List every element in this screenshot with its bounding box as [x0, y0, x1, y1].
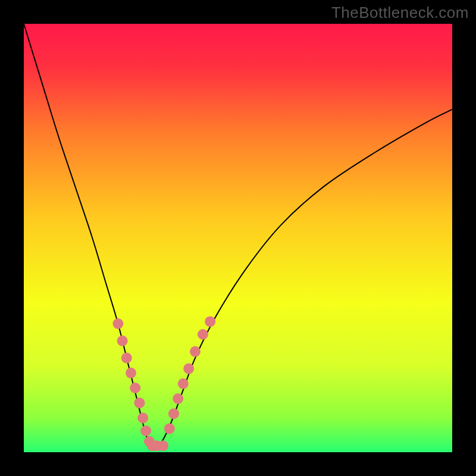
chart-frame: TheBottleneck.com — [0, 0, 476, 476]
sample-point — [158, 440, 168, 451]
watermark-text: TheBottleneck.com — [331, 4, 469, 22]
sample-point — [178, 378, 189, 389]
sample-point — [164, 423, 175, 434]
chart-plot — [24, 24, 452, 452]
sample-point — [137, 412, 148, 423]
sample-point — [205, 316, 215, 327]
sample-point — [117, 336, 128, 346]
sample-point — [183, 364, 194, 374]
chart-svg — [24, 24, 452, 452]
sample-point — [168, 408, 179, 419]
sample-point — [190, 346, 201, 357]
sample-point — [126, 368, 136, 378]
sample-point — [173, 393, 183, 404]
sample-point — [121, 353, 132, 364]
sample-point — [112, 318, 123, 329]
sample-point — [198, 329, 208, 340]
chart-background — [24, 24, 452, 452]
sample-point — [130, 383, 140, 393]
sample-point — [140, 425, 151, 436]
sample-point — [134, 397, 145, 408]
